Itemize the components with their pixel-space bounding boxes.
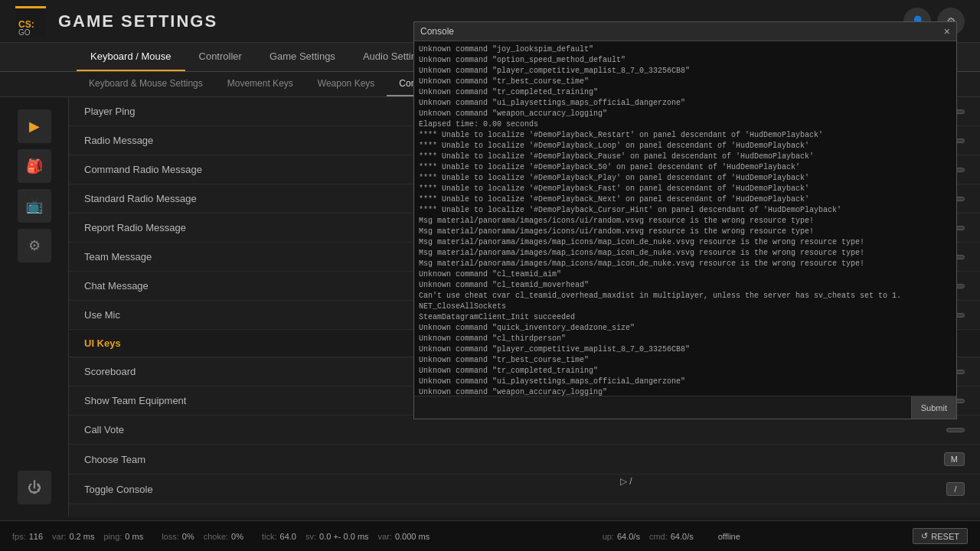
play-icon[interactable]: ▶ [18,109,51,143]
page-title: GAME SETTINGS [58,11,217,31]
power-icon[interactable]: ⏻ [18,471,51,504]
console-window: Console × Unknown command "joy_lookspim_… [413,21,957,419]
fps-value: 116 [29,532,43,541]
reset-label: RESET [931,532,959,541]
loss-label: loss: [162,532,179,541]
reset-button[interactable]: ↺ RESET [913,528,968,544]
sv-value: 0.0 +- 0.0 ms [319,532,369,541]
var-value: 0.2 ms [69,532,94,541]
tv-icon[interactable]: 📺 [18,189,51,223]
setting-call-vote[interactable]: Call Vote [69,416,980,445]
tab-game-settings[interactable]: Game Settings [256,43,349,71]
tick-value: 64.0 [280,532,296,541]
console-output[interactable]: Unknown command "joy_lookspim_default" U… [414,41,956,396]
var-label: var: [52,532,66,541]
setting-label: Scoreboard [84,366,136,377]
setting-label: Chat Message [84,280,149,292]
setting-label: Player Ping [84,106,135,117]
tick-status: tick: 64.0 sv: 0.0 +- 0.0 ms var: 0.000 … [262,532,430,541]
left-panel: ▶ 🎒 📺 ⚙ ⏻ [0,97,69,517]
svg-rect-3 [15,6,46,8]
cmd-value: 64.0/s [671,532,694,541]
setting-choose-team[interactable]: Choose Team M [69,445,980,474]
setting-label: Command Radio Message [84,164,202,175]
choke-value: 0% [231,532,243,541]
tab-controller[interactable]: Controller [185,43,256,71]
fps-label: fps: [12,532,26,541]
cmd-label: cmd: [649,532,668,541]
reset-icon: ↺ [921,531,928,541]
setting-label: Toggle Console [84,484,153,495]
setting-key-toggle-console[interactable]: / [946,482,965,496]
console-close-button[interactable]: × [944,25,950,37]
sv-label: sv: [305,532,316,541]
csgo-logo: CS: GO [15,6,46,37]
sub-tab-weapon-keys[interactable]: Weapon Keys [305,72,387,96]
setting-key[interactable] [946,428,965,432]
status-bar: fps: 116 var: 0.2 ms ping: 0 ms loss: 0%… [0,520,980,551]
setting-label: Report Radio Message [84,222,186,233]
up-status: up: 64.0/s cmd: 64.0/s [603,532,694,541]
console-input-row: Submit [414,396,956,419]
setting-key-choose-team[interactable]: M [944,452,965,466]
console-input[interactable] [414,396,911,419]
setting-label: Call Vote [84,424,124,435]
svar-value: 0.000 ms [395,532,430,541]
svar-label: var: [378,532,392,541]
setting-label: Use Mic [84,309,120,321]
console-titlebar: Console × [414,22,956,41]
setting-label: Team Message [84,251,152,262]
console-title: Console [420,26,454,37]
setting-label: Radio Message [84,135,153,146]
ping-value: 0 ms [125,532,143,541]
console-submit-button[interactable]: Submit [911,396,956,419]
cursor-indicator: ▷ / [620,476,632,487]
svg-text:GO: GO [18,28,31,37]
up-label: up: [603,532,614,541]
setting-label: Show Team Equipment [84,395,186,406]
inventory-icon[interactable]: 🎒 [18,149,51,183]
setting-toggle-console[interactable]: Toggle Console / [69,474,980,504]
up-value: 64.0/s [617,532,640,541]
tab-keyboard-mouse[interactable]: Keyboard / Mouse [77,43,185,71]
fps-status: fps: 116 var: 0.2 ms ping: 0 ms [12,532,143,541]
loss-value: 0% [182,532,194,541]
ping-label: ping: [103,532,122,541]
sub-tab-keyboard-mouse-settings[interactable]: Keyboard & Mouse Settings [77,72,215,96]
setting-label: Choose Team [84,454,145,465]
tick-label: tick: [262,532,277,541]
offline-status: offline [718,532,740,541]
choke-label: choke: [204,532,228,541]
gear-icon[interactable]: ⚙ [18,229,51,262]
loss-status: loss: 0% choke: 0% [162,532,243,541]
setting-label: Standard Radio Message [84,193,197,204]
sub-tab-movement-keys[interactable]: Movement Keys [215,72,305,96]
